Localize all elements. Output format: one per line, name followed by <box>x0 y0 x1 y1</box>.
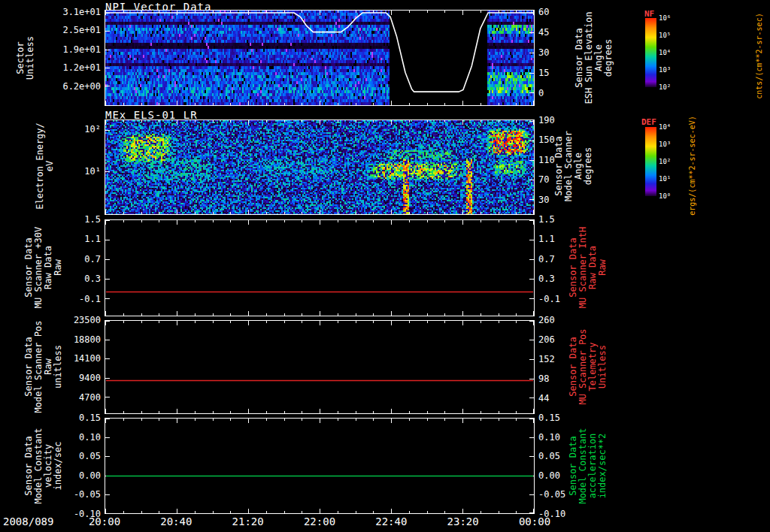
y-axis-tick-label: -0.05 <box>538 490 574 499</box>
y-axis-tick-label: 4700 <box>50 393 101 402</box>
colorbar-tick-label: 10⁴ <box>659 124 689 131</box>
y-axis-tick-label: 30 <box>538 48 574 57</box>
y-axis-tick-label: 10² <box>50 125 101 134</box>
colorbar-tick-label: 10⁰ <box>659 193 689 200</box>
y-axis-tick-label: 0 <box>538 89 574 98</box>
y-axis-tick-label: 0.3 <box>538 274 574 283</box>
y-axis-tick-label: 18800 <box>50 335 101 344</box>
x-axis-tick-label: 00:00 <box>513 516 556 527</box>
y-axis-tick-label: 1.1 <box>538 234 574 243</box>
model-constant-canvas <box>105 419 534 513</box>
y-axis-tick-label: 0.15 <box>50 413 101 422</box>
y-axis-tick-label: 44 <box>538 394 574 403</box>
y-axis-tick-label: 23500 <box>50 316 101 325</box>
colorbar-tick-label: 10⁴ <box>659 50 689 56</box>
mu-scanner-30v-canvas <box>105 220 534 316</box>
y-axis-tick-label: 10¹ <box>50 167 101 176</box>
panel1-ylabel-left: Sector Unitless <box>16 9 35 107</box>
y-axis-tick-label: 60 <box>538 8 574 17</box>
y-axis-tick-label: 30 <box>538 195 574 204</box>
y-axis-tick-label: 0.05 <box>50 452 101 461</box>
colorbar-tick-label: 10³ <box>659 67 689 74</box>
y-axis-tick-label: 260 <box>538 316 574 325</box>
y-axis-tick-label: 0.00 <box>538 471 574 480</box>
model-scanner-pos-canvas <box>105 321 534 413</box>
colorbar-tick-label: 10² <box>659 159 689 165</box>
x-axis-tick-label: 21:20 <box>226 516 270 527</box>
colorbar-tick-label: 10² <box>659 84 689 91</box>
colorbar-tick-label: 10⁶ <box>659 15 689 22</box>
science-plot-screen: NPI Vector Data MEx ELS-01 LR Sector Uni… <box>0 0 770 532</box>
y-axis-tick-label: 1.1 <box>50 234 101 243</box>
y-axis-tick-label: 3.1e+01 <box>50 8 101 17</box>
y-axis-tick-label: 6.2e+00 <box>50 82 101 91</box>
y-axis-tick-label: -0.05 <box>50 490 101 499</box>
y-axis-tick-label: 70 <box>538 175 574 184</box>
y-axis-tick-label: 0.7 <box>538 255 574 264</box>
y-axis-tick-label: 0.7 <box>50 255 101 264</box>
panel1-ylabel-right: Sensor Data ESH Sun Elevation Angle degr… <box>574 9 614 107</box>
npi-spectrogram-panel <box>105 10 535 106</box>
y-axis-tick-label: 14100 <box>50 354 101 363</box>
model-constant-panel <box>105 418 535 514</box>
x-axis-tick-label: 22:40 <box>369 516 413 527</box>
colorbar-nf-units: cnts/(cm**2-sr-sec) <box>755 4 763 109</box>
x-axis-tick-label: 20:00 <box>83 516 126 527</box>
y-axis-tick-label: 0.15 <box>538 413 574 422</box>
colorbar-def-title: DEF <box>641 117 656 127</box>
x-axis-tick-label: 23:20 <box>441 516 485 527</box>
y-axis-tick-label: 98 <box>538 374 574 383</box>
y-axis-tick-label: 1.9e+01 <box>50 45 101 54</box>
model-scanner-pos-panel <box>105 320 535 414</box>
y-axis-tick-label: -0.1 <box>538 295 574 304</box>
y-axis-tick-label: 206 <box>538 335 574 344</box>
colorbar-def-bar <box>645 127 656 196</box>
mu-scanner-30v-panel <box>105 219 535 316</box>
colorbar-tick-label: 10³ <box>659 141 689 148</box>
y-axis-tick-label: 152 <box>538 355 574 364</box>
colorbar-tick-label: 10⁵ <box>659 32 689 39</box>
npi-spectrogram-canvas <box>105 11 534 105</box>
panel5-ylabel-right: Sensor Data Model Constant acceleration … <box>568 417 608 515</box>
els-spectrogram-canvas <box>105 120 534 214</box>
y-axis-tick-label: 0.3 <box>50 274 101 283</box>
y-axis-tick-label: 110 <box>538 156 574 165</box>
y-axis-tick-label: 0.10 <box>50 433 101 442</box>
y-axis-tick-label: 150 <box>538 135 574 144</box>
panel5-ylabel-left: Sensor Data Model Constant velocity inde… <box>24 417 63 515</box>
y-axis-tick-label: 15 <box>538 68 574 77</box>
y-axis-tick-label: 1.2e+01 <box>50 63 101 72</box>
colorbar-nf-bar <box>645 18 656 87</box>
x-axis-tick-label: 22:00 <box>298 516 341 527</box>
y-axis-tick-label: 0.10 <box>538 433 574 442</box>
x-axis-tick-label: 20:40 <box>154 516 198 527</box>
y-axis-tick-label: 1.5 <box>50 215 101 224</box>
y-axis-tick-label: 1.5 <box>538 215 574 224</box>
y-axis-tick-label: 9400 <box>50 373 101 382</box>
els-spectrogram-panel <box>105 119 535 215</box>
colorbar-tick-label: 10¹ <box>659 176 689 183</box>
x-axis-date-label: 2008/089 <box>3 516 71 527</box>
y-axis-tick-label: -0.1 <box>50 295 101 304</box>
y-axis-tick-label: 190 <box>538 116 574 125</box>
y-axis-tick-label: 0.05 <box>538 452 574 461</box>
y-axis-tick-label: 45 <box>538 28 574 37</box>
colorbar-def-units: ergs/(cm**2-sr-sec-eV) <box>688 110 696 222</box>
y-axis-tick-label: 2.5e+01 <box>50 26 101 35</box>
y-axis-tick-label: 0.00 <box>50 471 101 480</box>
